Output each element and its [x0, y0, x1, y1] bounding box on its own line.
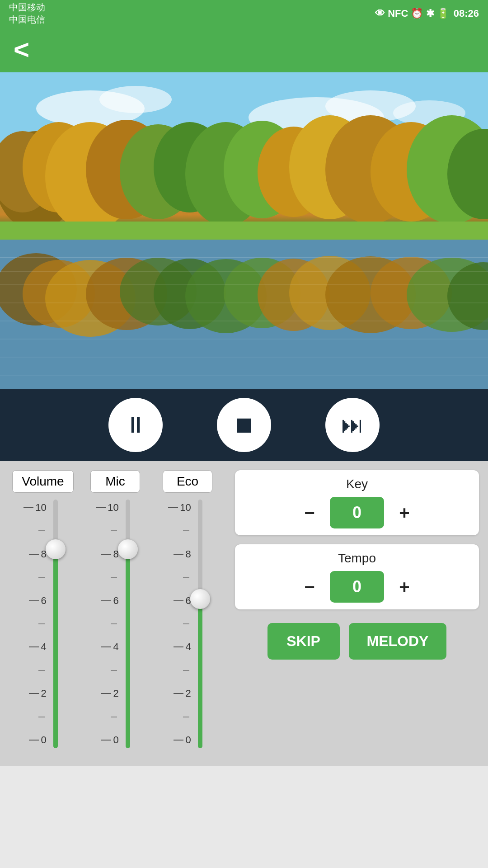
volume-label-button[interactable]: Volume: [12, 470, 73, 493]
tempo-plus-button[interactable]: +: [389, 571, 420, 603]
eco-scale: 10 8 6 4 2 0: [168, 500, 191, 748]
carrier1: 中国移动: [9, 1, 45, 14]
skip-button[interactable]: SKIP: [267, 623, 340, 660]
tempo-minus-button[interactable]: −: [294, 571, 325, 603]
status-icons: 👁 NFC ⏰ ✱ 🔋: [375, 8, 449, 19]
key-counter-row: − 0 +: [244, 497, 470, 528]
mic-slider-wrapper: 10 8 6 4 2 0: [96, 500, 134, 748]
right-section: Key − 0 + Tempo − 0 + SKIP MELODY: [221, 470, 479, 748]
pause-button[interactable]: ⏸: [108, 398, 163, 452]
landscape-image: [0, 72, 488, 389]
stop-icon: ⏹: [233, 412, 255, 438]
key-minus-button[interactable]: −: [294, 497, 325, 528]
mic-track[interactable]: [121, 500, 135, 748]
tempo-control: Tempo − 0 +: [235, 544, 479, 609]
status-right: 👁 NFC ⏰ ✱ 🔋 08:26: [375, 8, 479, 19]
volume-slider-wrapper: 10 8 6 4 2 0: [23, 500, 62, 748]
pause-icon: ⏸: [124, 412, 147, 438]
transport-area: ⏸ ⏹ ⏭: [0, 389, 488, 461]
mic-label-button[interactable]: Mic: [90, 470, 140, 493]
landscape-svg: [0, 72, 488, 389]
action-buttons: SKIP MELODY: [235, 623, 479, 660]
volume-scale: 10 8 6 4 2 0: [23, 500, 46, 748]
next-icon: ⏭: [341, 412, 364, 438]
svg-rect-22: [0, 222, 488, 240]
key-value: 0: [330, 497, 384, 528]
eco-track[interactable]: [193, 500, 207, 748]
key-plus-button[interactable]: +: [389, 497, 420, 528]
mic-slider-column: Mic 10 8 6 4 2 0: [81, 470, 149, 748]
eco-slider-column: Eco 10 8 6 4 2 0: [154, 470, 221, 748]
top-bar: <: [0, 27, 488, 72]
volume-slider-column: Volume 10 8 6 4 2 0: [9, 470, 77, 748]
sliders-section: Volume 10 8 6 4 2 0: [9, 470, 221, 748]
stop-button[interactable]: ⏹: [217, 398, 271, 452]
svg-point-3: [99, 86, 172, 113]
back-button[interactable]: <: [14, 36, 29, 63]
clock: 08:26: [454, 8, 479, 19]
next-button[interactable]: ⏭: [325, 398, 380, 452]
key-control: Key − 0 +: [235, 470, 479, 535]
controls-panel: Volume 10 8 6 4 2 0: [0, 461, 488, 766]
tempo-value: 0: [330, 571, 384, 603]
eco-label-button[interactable]: Eco: [163, 470, 212, 493]
tempo-title: Tempo: [244, 551, 470, 566]
melody-button[interactable]: MELODY: [349, 623, 447, 660]
key-title: Key: [244, 477, 470, 491]
eco-slider-wrapper: 10 8 6 4 2 0: [168, 500, 206, 748]
volume-track[interactable]: [49, 500, 62, 748]
carrier2: 中国电信: [9, 14, 45, 26]
status-bar: 中国移动 中国电信 👁 NFC ⏰ ✱ 🔋 08:26: [0, 0, 488, 27]
mic-scale: 10 8 6 4 2 0: [96, 500, 118, 748]
carrier-info: 中国移动 中国电信: [9, 1, 45, 26]
tempo-counter-row: − 0 +: [244, 571, 470, 603]
